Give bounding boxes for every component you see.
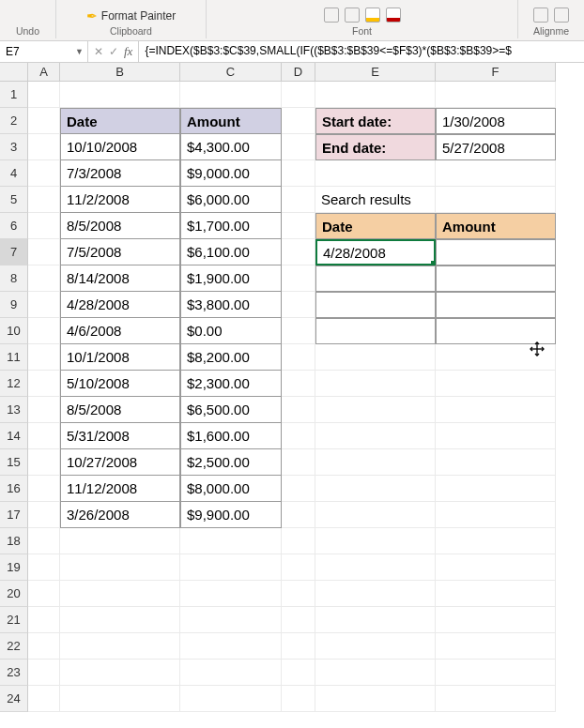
cell-bg-D13[interactable] xyxy=(282,397,315,423)
cell-bg-F20[interactable] xyxy=(436,581,556,607)
cell-bg-D15[interactable] xyxy=(282,449,315,476)
enter-icon[interactable]: ✓ xyxy=(109,45,118,58)
cell-bg-E18[interactable] xyxy=(315,528,436,554)
row-header-4[interactable]: 4 xyxy=(0,160,28,187)
start-date-value[interactable]: 1/30/2008 xyxy=(436,108,556,134)
fill-color-icon[interactable] xyxy=(365,8,380,23)
fx-icon[interactable]: fx xyxy=(124,44,132,59)
cell-bg-A11[interactable] xyxy=(28,344,60,371)
cell-bg-D14[interactable] xyxy=(282,423,315,449)
row-header-2[interactable]: 2 xyxy=(0,108,28,134)
row-header-22[interactable]: 22 xyxy=(0,633,28,660)
format-painter-button[interactable]: ✒ Format Painter xyxy=(81,7,181,25)
cell-bg-D20[interactable] xyxy=(282,581,315,607)
row-header-18[interactable]: 18 xyxy=(0,528,28,554)
row-header-12[interactable]: 12 xyxy=(0,371,28,397)
row-header-6[interactable]: 6 xyxy=(0,213,28,239)
cell-bg-D19[interactable] xyxy=(282,554,315,581)
row-header-19[interactable]: 19 xyxy=(0,554,28,581)
cell-bg-C19[interactable] xyxy=(180,554,282,581)
row-header-20[interactable]: 20 xyxy=(0,581,28,607)
end-date-label[interactable]: End date: xyxy=(315,134,436,160)
cell-bg-A4[interactable] xyxy=(28,160,60,187)
row-header-11[interactable]: 11 xyxy=(0,344,28,371)
row-header-17[interactable]: 17 xyxy=(0,502,28,528)
main-amount-7[interactable]: $0.00 xyxy=(180,318,282,344)
result-date-0[interactable]: 4/28/2008 xyxy=(315,239,436,265)
row-header-1[interactable]: 1 xyxy=(0,82,28,108)
cell-bg-E22[interactable] xyxy=(315,633,436,660)
main-amount-14[interactable]: $9,900.00 xyxy=(180,502,282,528)
cell-bg-A7[interactable] xyxy=(28,239,60,265)
main-amount-12[interactable]: $2,500.00 xyxy=(180,449,282,476)
result-amount-2[interactable] xyxy=(436,292,556,318)
row-header-14[interactable]: 14 xyxy=(0,423,28,449)
cell-bg-D16[interactable] xyxy=(282,476,315,502)
cell-bg-B23[interactable] xyxy=(60,660,180,686)
search-results-title[interactable]: Search results xyxy=(315,187,436,213)
cell-bg-A16[interactable] xyxy=(28,476,60,502)
main-date-2[interactable]: 11/2/2008 xyxy=(60,187,180,213)
cell-bg-A21[interactable] xyxy=(28,607,60,633)
formula-input[interactable]: {=INDEX($B$3:$C$39,SMALL(IF(($B$3:$B$39<… xyxy=(139,41,584,62)
cell-bg-A22[interactable] xyxy=(28,633,60,660)
end-date-value[interactable]: 5/27/2008 xyxy=(436,134,556,160)
cell-bg-A18[interactable] xyxy=(28,528,60,554)
row-header-7[interactable]: 7 xyxy=(0,239,28,265)
main-header-amount[interactable]: Amount xyxy=(180,108,282,134)
main-date-12[interactable]: 10/27/2008 xyxy=(60,449,180,476)
main-date-7[interactable]: 4/6/2008 xyxy=(60,318,180,344)
col-header-E[interactable]: E xyxy=(315,63,436,82)
cell-bg-D12[interactable] xyxy=(282,371,315,397)
row-header-10[interactable]: 10 xyxy=(0,318,28,344)
cell-bg-F1[interactable] xyxy=(436,82,556,108)
cell-bg-F17[interactable] xyxy=(436,502,556,528)
cell-bg-D21[interactable] xyxy=(282,607,315,633)
border-icon[interactable] xyxy=(345,8,360,23)
main-date-6[interactable]: 4/28/2008 xyxy=(60,292,180,318)
cell-bg-A8[interactable] xyxy=(28,265,60,292)
cell-bg-D18[interactable] xyxy=(282,528,315,554)
results-header-amount[interactable]: Amount xyxy=(436,213,556,239)
name-box[interactable]: E7 ▼ xyxy=(0,41,88,62)
cell-bg-D2[interactable] xyxy=(282,108,315,134)
main-amount-3[interactable]: $1,700.00 xyxy=(180,213,282,239)
cell-bg-C18[interactable] xyxy=(180,528,282,554)
cell-bg-E16[interactable] xyxy=(315,476,436,502)
cell-bg-A14[interactable] xyxy=(28,423,60,449)
cell-bg-D3[interactable] xyxy=(282,134,315,160)
col-header-B[interactable]: B xyxy=(60,63,180,82)
cell-bg-F23[interactable] xyxy=(436,660,556,686)
cell-bg-C21[interactable] xyxy=(180,607,282,633)
align-left-icon[interactable] xyxy=(533,8,548,23)
cell-bg-D8[interactable] xyxy=(282,265,315,292)
cell-bg-A10[interactable] xyxy=(28,318,60,344)
row-header-21[interactable]: 21 xyxy=(0,607,28,633)
cell-bg-A17[interactable] xyxy=(28,502,60,528)
cell-bg-D9[interactable] xyxy=(282,292,315,318)
cell-bg-A9[interactable] xyxy=(28,292,60,318)
result-amount-0[interactable] xyxy=(436,239,556,265)
cell-bg-F24[interactable] xyxy=(436,686,556,712)
main-date-8[interactable]: 10/1/2008 xyxy=(60,344,180,371)
cell-bg-B21[interactable] xyxy=(60,607,180,633)
row-header-13[interactable]: 13 xyxy=(0,397,28,423)
cell-bg-A2[interactable] xyxy=(28,108,60,134)
cell-bg-C22[interactable] xyxy=(180,633,282,660)
cell-bg-F15[interactable] xyxy=(436,449,556,476)
col-header-C[interactable]: C xyxy=(180,63,282,82)
result-amount-1[interactable] xyxy=(436,265,556,292)
cancel-icon[interactable]: ✕ xyxy=(94,45,103,58)
cell-bg-B1[interactable] xyxy=(60,82,180,108)
row-header-24[interactable]: 24 xyxy=(0,686,28,712)
cell-bg-C23[interactable] xyxy=(180,660,282,686)
main-date-14[interactable]: 3/26/2008 xyxy=(60,502,180,528)
cell-bg-A3[interactable] xyxy=(28,134,60,160)
spreadsheet-grid[interactable]: A B C D E F 1234567891011121314151617181… xyxy=(0,63,584,728)
cell-bg-D24[interactable] xyxy=(282,686,315,712)
cell-bg-A13[interactable] xyxy=(28,397,60,423)
cell-bg-E4[interactable] xyxy=(315,160,436,187)
main-amount-8[interactable]: $8,200.00 xyxy=(180,344,282,371)
cell-bg-C20[interactable] xyxy=(180,581,282,607)
main-date-0[interactable]: 10/10/2008 xyxy=(60,134,180,160)
